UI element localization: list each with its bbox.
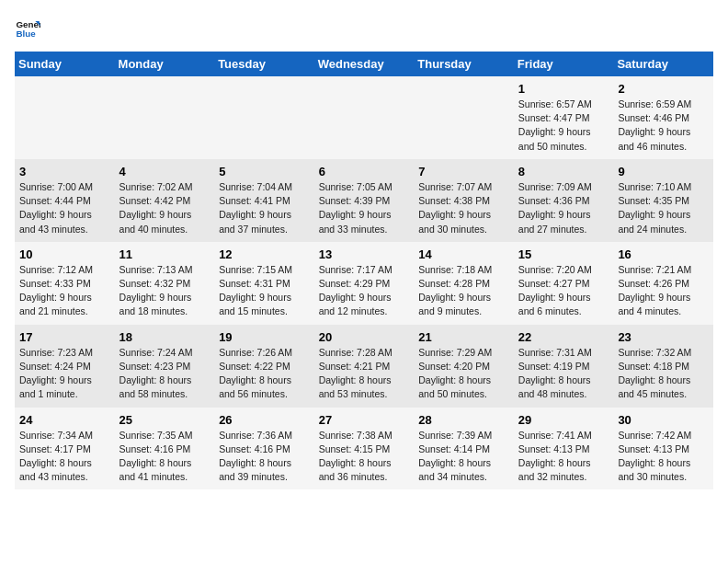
weekday-header-row: SundayMondayTuesdayWednesdayThursdayFrid… bbox=[15, 52, 713, 76]
day-number: 9 bbox=[618, 165, 709, 178]
calendar-cell: 27Sunrise: 7:38 AM Sunset: 4:15 PM Dayli… bbox=[314, 408, 415, 490]
day-number: 10 bbox=[19, 247, 110, 261]
calendar-cell: 5Sunrise: 7:04 AM Sunset: 4:41 PM Daylig… bbox=[214, 159, 314, 242]
day-info: Sunrise: 7:28 AM Sunset: 4:21 PM Dayligh… bbox=[319, 346, 410, 402]
calendar-week-row: 1Sunrise: 6:57 AM Sunset: 4:47 PM Daylig… bbox=[15, 76, 713, 159]
calendar-cell: 11Sunrise: 7:13 AM Sunset: 4:32 PM Dayli… bbox=[115, 242, 215, 325]
day-info: Sunrise: 7:12 AM Sunset: 4:33 PM Dayligh… bbox=[19, 263, 110, 319]
day-number: 3 bbox=[19, 165, 110, 178]
day-info: Sunrise: 7:21 AM Sunset: 4:26 PM Dayligh… bbox=[618, 263, 709, 319]
calendar-cell: 19Sunrise: 7:26 AM Sunset: 4:22 PM Dayli… bbox=[214, 325, 314, 408]
header: General Blue bbox=[15, 15, 713, 40]
day-info: Sunrise: 7:29 AM Sunset: 4:20 PM Dayligh… bbox=[418, 346, 509, 402]
weekday-header: Saturday bbox=[613, 52, 713, 76]
calendar-cell: 3Sunrise: 7:00 AM Sunset: 4:44 PM Daylig… bbox=[15, 159, 115, 242]
calendar-cell: 23Sunrise: 7:32 AM Sunset: 4:18 PM Dayli… bbox=[613, 325, 713, 408]
day-number: 2 bbox=[618, 82, 709, 96]
day-number: 18 bbox=[119, 330, 210, 344]
day-number: 17 bbox=[19, 330, 110, 344]
day-number: 24 bbox=[19, 413, 110, 427]
calendar-cell: 30Sunrise: 7:42 AM Sunset: 4:13 PM Dayli… bbox=[613, 408, 713, 490]
calendar-cell: 15Sunrise: 7:20 AM Sunset: 4:27 PM Dayli… bbox=[514, 242, 614, 325]
day-number: 6 bbox=[319, 165, 410, 178]
calendar-cell bbox=[414, 76, 514, 159]
day-info: Sunrise: 7:39 AM Sunset: 4:14 PM Dayligh… bbox=[418, 429, 509, 485]
calendar-cell: 1Sunrise: 6:57 AM Sunset: 4:47 PM Daylig… bbox=[514, 76, 614, 159]
day-number: 5 bbox=[219, 165, 310, 178]
logo: General Blue bbox=[15, 15, 44, 40]
day-info: Sunrise: 7:00 AM Sunset: 4:44 PM Dayligh… bbox=[19, 180, 110, 236]
day-number: 11 bbox=[119, 247, 210, 261]
calendar-cell bbox=[314, 76, 415, 159]
calendar-cell: 12Sunrise: 7:15 AM Sunset: 4:31 PM Dayli… bbox=[214, 242, 314, 325]
day-number: 20 bbox=[319, 330, 410, 344]
calendar-cell: 24Sunrise: 7:34 AM Sunset: 4:17 PM Dayli… bbox=[15, 408, 115, 490]
calendar-week-row: 10Sunrise: 7:12 AM Sunset: 4:33 PM Dayli… bbox=[15, 242, 713, 325]
day-number: 15 bbox=[518, 247, 609, 261]
day-info: Sunrise: 7:26 AM Sunset: 4:22 PM Dayligh… bbox=[219, 346, 310, 402]
day-number: 19 bbox=[219, 330, 310, 344]
day-info: Sunrise: 7:23 AM Sunset: 4:24 PM Dayligh… bbox=[19, 346, 110, 402]
day-number: 27 bbox=[319, 413, 410, 427]
calendar-cell: 21Sunrise: 7:29 AM Sunset: 4:20 PM Dayli… bbox=[414, 325, 514, 408]
day-info: Sunrise: 7:18 AM Sunset: 4:28 PM Dayligh… bbox=[418, 263, 509, 319]
day-number: 4 bbox=[119, 165, 210, 178]
weekday-header: Thursday bbox=[414, 52, 514, 76]
calendar-cell: 29Sunrise: 7:41 AM Sunset: 4:13 PM Dayli… bbox=[514, 408, 614, 490]
day-info: Sunrise: 7:20 AM Sunset: 4:27 PM Dayligh… bbox=[518, 263, 609, 319]
logo-icon: General Blue bbox=[15, 15, 40, 40]
svg-text:Blue: Blue bbox=[16, 29, 36, 39]
calendar-cell: 22Sunrise: 7:31 AM Sunset: 4:19 PM Dayli… bbox=[514, 325, 614, 408]
day-number: 14 bbox=[418, 247, 509, 261]
calendar-cell bbox=[15, 76, 115, 159]
day-number: 16 bbox=[618, 247, 709, 261]
day-number: 13 bbox=[319, 247, 410, 261]
day-number: 21 bbox=[418, 330, 509, 344]
day-number: 25 bbox=[119, 413, 210, 427]
weekday-header: Monday bbox=[115, 52, 215, 76]
day-info: Sunrise: 7:05 AM Sunset: 4:39 PM Dayligh… bbox=[319, 180, 410, 236]
weekday-header: Friday bbox=[514, 52, 614, 76]
day-info: Sunrise: 7:17 AM Sunset: 4:29 PM Dayligh… bbox=[319, 263, 410, 319]
day-info: Sunrise: 7:42 AM Sunset: 4:13 PM Dayligh… bbox=[618, 429, 709, 485]
calendar-week-row: 3Sunrise: 7:00 AM Sunset: 4:44 PM Daylig… bbox=[15, 159, 713, 242]
calendar-cell: 14Sunrise: 7:18 AM Sunset: 4:28 PM Dayli… bbox=[414, 242, 514, 325]
weekday-header: Wednesday bbox=[314, 52, 415, 76]
calendar-cell: 26Sunrise: 7:36 AM Sunset: 4:16 PM Dayli… bbox=[214, 408, 314, 490]
day-info: Sunrise: 7:07 AM Sunset: 4:38 PM Dayligh… bbox=[418, 180, 509, 236]
day-info: Sunrise: 7:24 AM Sunset: 4:23 PM Dayligh… bbox=[119, 346, 210, 402]
calendar-cell: 18Sunrise: 7:24 AM Sunset: 4:23 PM Dayli… bbox=[115, 325, 215, 408]
day-number: 12 bbox=[219, 247, 310, 261]
calendar-cell: 16Sunrise: 7:21 AM Sunset: 4:26 PM Dayli… bbox=[613, 242, 713, 325]
day-number: 26 bbox=[219, 413, 310, 427]
weekday-header: Tuesday bbox=[214, 52, 314, 76]
calendar-week-row: 17Sunrise: 7:23 AM Sunset: 4:24 PM Dayli… bbox=[15, 325, 713, 408]
weekday-header: Sunday bbox=[15, 52, 115, 76]
calendar-cell: 13Sunrise: 7:17 AM Sunset: 4:29 PM Dayli… bbox=[314, 242, 415, 325]
day-number: 1 bbox=[518, 82, 609, 96]
calendar-cell: 6Sunrise: 7:05 AM Sunset: 4:39 PM Daylig… bbox=[314, 159, 415, 242]
day-info: Sunrise: 7:13 AM Sunset: 4:32 PM Dayligh… bbox=[119, 263, 210, 319]
day-info: Sunrise: 7:34 AM Sunset: 4:17 PM Dayligh… bbox=[19, 429, 110, 485]
calendar-cell bbox=[214, 76, 314, 159]
day-number: 30 bbox=[618, 413, 709, 427]
day-info: Sunrise: 7:35 AM Sunset: 4:16 PM Dayligh… bbox=[119, 429, 210, 485]
calendar-cell: 20Sunrise: 7:28 AM Sunset: 4:21 PM Dayli… bbox=[314, 325, 415, 408]
day-number: 22 bbox=[518, 330, 609, 344]
calendar-cell: 25Sunrise: 7:35 AM Sunset: 4:16 PM Dayli… bbox=[115, 408, 215, 490]
day-info: Sunrise: 7:38 AM Sunset: 4:15 PM Dayligh… bbox=[319, 429, 410, 485]
day-info: Sunrise: 7:32 AM Sunset: 4:18 PM Dayligh… bbox=[618, 346, 709, 402]
calendar-cell: 8Sunrise: 7:09 AM Sunset: 4:36 PM Daylig… bbox=[514, 159, 614, 242]
day-info: Sunrise: 6:57 AM Sunset: 4:47 PM Dayligh… bbox=[518, 98, 609, 154]
calendar-cell: 17Sunrise: 7:23 AM Sunset: 4:24 PM Dayli… bbox=[15, 325, 115, 408]
day-info: Sunrise: 7:15 AM Sunset: 4:31 PM Dayligh… bbox=[219, 263, 310, 319]
day-info: Sunrise: 7:31 AM Sunset: 4:19 PM Dayligh… bbox=[518, 346, 609, 402]
day-info: Sunrise: 7:09 AM Sunset: 4:36 PM Dayligh… bbox=[518, 180, 609, 236]
day-number: 23 bbox=[618, 330, 709, 344]
calendar-cell: 28Sunrise: 7:39 AM Sunset: 4:14 PM Dayli… bbox=[414, 408, 514, 490]
calendar-cell: 10Sunrise: 7:12 AM Sunset: 4:33 PM Dayli… bbox=[15, 242, 115, 325]
calendar-week-row: 24Sunrise: 7:34 AM Sunset: 4:17 PM Dayli… bbox=[15, 408, 713, 490]
day-info: Sunrise: 7:02 AM Sunset: 4:42 PM Dayligh… bbox=[119, 180, 210, 236]
day-info: Sunrise: 7:10 AM Sunset: 4:35 PM Dayligh… bbox=[618, 180, 709, 236]
day-info: Sunrise: 6:59 AM Sunset: 4:46 PM Dayligh… bbox=[618, 98, 709, 154]
